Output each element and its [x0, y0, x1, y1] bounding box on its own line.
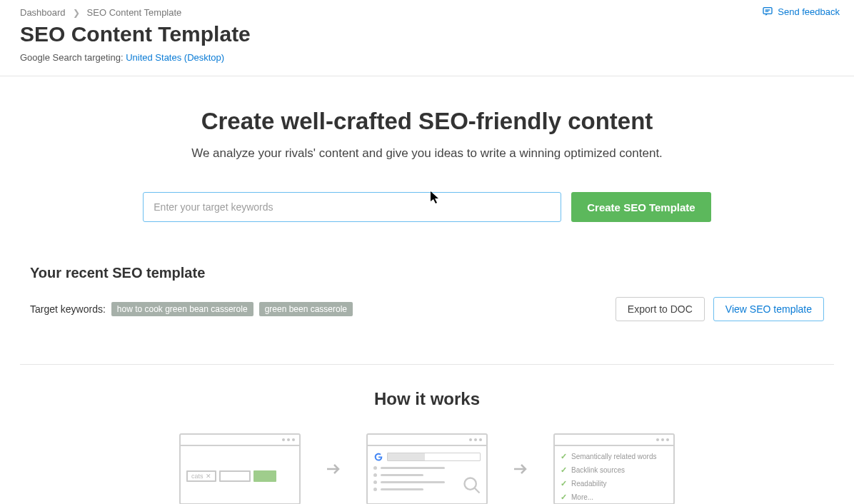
- export-doc-button[interactable]: Export to DOC: [616, 297, 705, 321]
- targeting-label: Google Search targeting:: [20, 52, 126, 63]
- recent-row: Target keywords: how to cook green bean …: [30, 297, 824, 321]
- keyword-tag: green been casserole: [259, 302, 353, 316]
- step-card-1: cats✕: [179, 433, 301, 504]
- recent-actions: Export to DOC View SEO template: [616, 297, 824, 321]
- keyword-input[interactable]: [143, 192, 561, 222]
- recent-template-section: Your recent SEO template Target keywords…: [20, 265, 834, 321]
- google-logo-icon: [373, 452, 383, 462]
- window-titlebar-icon: [555, 435, 673, 446]
- breadcrumb: Dashboard ❯ SEO Content Template: [20, 7, 834, 18]
- svg-line-5: [475, 488, 480, 493]
- step3-item: ✓Backlink sources: [561, 465, 668, 475]
- recent-title: Your recent SEO template: [30, 265, 824, 281]
- svg-rect-0: [763, 8, 772, 14]
- window-titlebar-icon: [181, 435, 299, 446]
- check-icon: ✓: [561, 452, 567, 461]
- feedback-label: Send feedback: [778, 6, 840, 17]
- check-icon: ✓: [561, 493, 567, 502]
- step1-button-icon: [253, 470, 276, 482]
- hero-section: Create well-crafted SEO-friendly content…: [106, 108, 748, 222]
- step-card-2: [366, 433, 488, 504]
- keyword-tag: how to cook green bean casserole: [111, 302, 253, 316]
- breadcrumb-current: SEO Content Template: [87, 7, 182, 18]
- magnify-icon: [462, 475, 482, 495]
- how-it-works-steps: cats✕: [20, 433, 834, 504]
- recent-keywords: Target keywords: how to cook green bean …: [30, 302, 353, 316]
- check-icon: ✓: [561, 479, 567, 488]
- step-card-3: ✓Semantically related words ✓Backlink so…: [553, 433, 675, 504]
- svg-point-4: [465, 478, 476, 490]
- arrow-right-icon: [322, 460, 345, 478]
- page-header: Dashboard ❯ SEO Content Template SEO Con…: [0, 0, 854, 76]
- create-template-button[interactable]: Create SEO Template: [571, 192, 710, 222]
- step3-item: ✓More...: [561, 493, 668, 502]
- how-it-works-title: How it works: [20, 389, 834, 409]
- keyword-search-row: Create SEO Template: [106, 192, 748, 222]
- hero-subtitle: We analyze your rivals' content and give…: [106, 146, 748, 161]
- targeting-info: Google Search targeting: United States (…: [20, 52, 834, 63]
- page-title: SEO Content Template: [20, 22, 834, 46]
- targeting-link[interactable]: United States (Desktop): [126, 52, 224, 63]
- step3-item: ✓Semantically related words: [561, 452, 668, 461]
- chevron-right-icon: ❯: [73, 8, 80, 18]
- hero-title: Create well-crafted SEO-friendly content: [106, 108, 748, 135]
- section-divider: [20, 364, 834, 365]
- arrow-right-icon: [509, 460, 532, 478]
- feedback-icon: [762, 6, 773, 17]
- target-keywords-label: Target keywords:: [30, 303, 106, 315]
- send-feedback-link[interactable]: Send feedback: [762, 6, 840, 17]
- view-template-button[interactable]: View SEO template: [713, 297, 824, 321]
- step1-keyword-tag-icon: cats✕: [186, 470, 216, 482]
- window-titlebar-icon: [368, 435, 486, 446]
- main-content: Create well-crafted SEO-friendly content…: [0, 76, 854, 504]
- search-bar-icon: [387, 453, 481, 461]
- step1-input-icon: [219, 470, 251, 482]
- step3-item: ✓Readability: [561, 479, 668, 488]
- breadcrumb-root[interactable]: Dashboard: [20, 7, 66, 18]
- check-icon: ✓: [561, 465, 567, 475]
